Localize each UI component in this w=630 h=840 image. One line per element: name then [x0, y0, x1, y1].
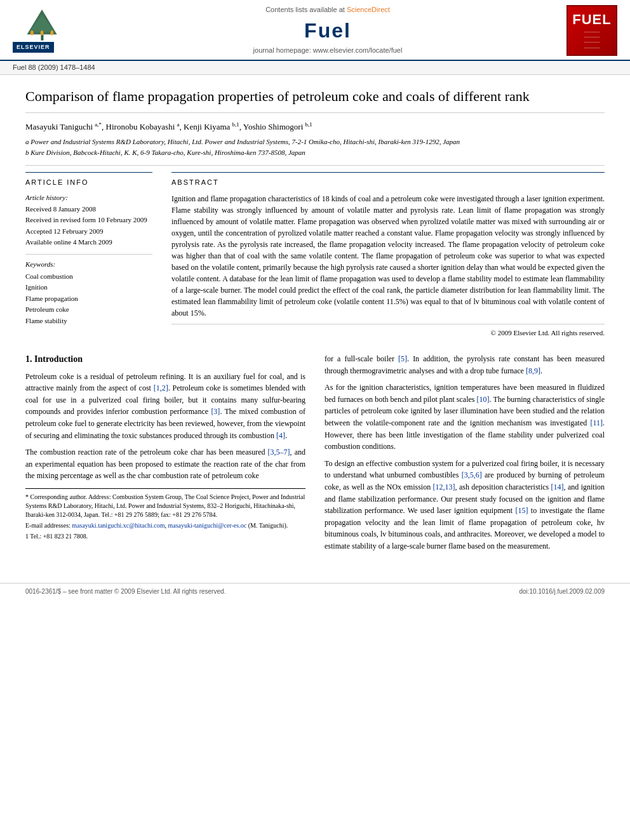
affiliation-a: a Power and Industrial Systems R&D Labor… [25, 137, 605, 147]
left-col: ARTICLE INFO Article history: Received 8… [25, 172, 152, 338]
keyword-5: Flame stability [25, 316, 152, 326]
available-date: Available online 4 March 2009 [25, 237, 152, 247]
body-section: 1. Introduction Petroleum coke is a resi… [25, 353, 605, 557]
two-col-body: 1. Introduction Petroleum coke is a resi… [25, 353, 605, 557]
elsevier-brand: ELSEVIER [13, 42, 54, 53]
abstract-box: ABSTRACT Ignition and flame propagation … [171, 172, 605, 338]
affiliation-b: b Kure Division, Babcock-Hitachi, K. K, … [25, 148, 605, 157]
body-para-1: Petroleum coke is a residual of petroleu… [25, 371, 305, 442]
ref-3[interactable]: [3] [211, 407, 220, 416]
article-title: Comparison of flame propagation properti… [25, 88, 605, 113]
section1-title: 1. Introduction [25, 353, 305, 366]
article-info-heading: ARTICLE INFO [25, 178, 152, 187]
elsevier-tree-icon [13, 7, 76, 42]
header-left: ELSEVIER [13, 7, 102, 54]
keywords-label: Keywords: [25, 260, 152, 269]
page-wrapper: ELSEVIER Contents lists available at Sci… [0, 0, 630, 840]
ref-5[interactable]: [5] [398, 354, 407, 363]
main-content: Comparison of flame propagation properti… [0, 75, 630, 570]
affiliations: a Power and Industrial Systems R&D Labor… [25, 137, 605, 166]
header-center: Contents lists available at ScienceDirec… [102, 5, 554, 56]
accepted-date: Accepted 12 February 2009 [25, 227, 152, 236]
elsevier-logo: ELSEVIER [13, 7, 102, 54]
body-col-left: 1. Introduction Petroleum coke is a resi… [25, 353, 305, 557]
journal-info-bar: Fuel 88 (2009) 1478–1484 [0, 61, 630, 75]
ref-4[interactable]: [4] [276, 431, 285, 440]
fuel-logo-box: FUEL ──────────────────── [566, 5, 617, 56]
ref-15[interactable]: [15] [516, 506, 528, 515]
body-para-5: To design an effective combustion system… [325, 458, 605, 552]
email-link-2[interactable]: masayuki-taniguchi@cer-es.oc [168, 522, 246, 529]
ref-14[interactable]: [14] [551, 483, 564, 491]
journal-homepage: journal homepage: www.elsevier.com/locat… [102, 46, 554, 55]
ref-10[interactable]: [10] [477, 395, 490, 404]
authors: Masayuki Taniguchi a,*, Hironobu Kobayas… [25, 121, 605, 133]
article-info-box: ARTICLE INFO Article history: Received 8… [25, 172, 152, 326]
body-col-right: for a full-scale boiler [5]. In addition… [325, 353, 605, 557]
abstract-heading: ABSTRACT [171, 178, 605, 187]
ref-3-5-6[interactable]: [3,5,6] [462, 470, 482, 479]
svg-marker-2 [29, 15, 54, 32]
history-label: Article history: [25, 193, 152, 203]
keyword-1: Coal combustion [25, 272, 152, 281]
body-para-2: The combustion reaction rate of the petr… [25, 446, 305, 482]
copyright-line: © 2009 Elsevier Ltd. All rights reserved… [171, 324, 605, 338]
abstract-text: Ignition and flame propagation character… [171, 193, 605, 319]
fuel-logo-lines: ──────────────────── [584, 30, 600, 51]
bottom-bar: 0016-2361/$ – see front matter © 2009 El… [0, 583, 630, 600]
keyword-2: Ignition [25, 283, 152, 292]
footnotes-section: * Corresponding author. Address: Combust… [25, 488, 305, 541]
revised-date: Received in revised form 10 February 200… [25, 215, 152, 225]
footnote-email: E-mail addresses: masayuki.taniguchi.xc@… [25, 521, 305, 530]
keywords-section: Keywords: Coal combustion Ignition Flame… [25, 254, 152, 326]
article-history: Article history: Received 8 January 2008… [25, 193, 152, 248]
header-right: FUEL ──────────────────── [554, 5, 617, 56]
svg-point-5 [50, 30, 53, 36]
journal-header: ELSEVIER Contents lists available at Sci… [0, 0, 630, 61]
ref-3-5-7[interactable]: [3,5–7] [268, 448, 290, 457]
right-col: ABSTRACT Ignition and flame propagation … [171, 172, 605, 338]
journal-title-display: Fuel [102, 17, 554, 45]
info-abstract-columns: ARTICLE INFO Article history: Received 8… [25, 172, 605, 338]
keyword-4: Petroleum coke [25, 305, 152, 314]
sciencedirect-link[interactable]: ScienceDirect [347, 6, 390, 13]
ref-1-2[interactable]: [1,2] [154, 383, 168, 392]
body-para-3: for a full-scale boiler [5]. In addition… [325, 353, 605, 377]
received-date: Received 8 January 2008 [25, 204, 152, 214]
footnote-star: * Corresponding author. Address: Combust… [25, 493, 305, 519]
fuel-logo-text: FUEL [572, 10, 611, 30]
ref-8-9[interactable]: [8,9] [526, 366, 540, 375]
svg-point-3 [30, 30, 34, 36]
svg-point-4 [41, 30, 44, 36]
keyword-3: Flame propagation [25, 294, 152, 303]
sciencedirect-line: Contents lists available at ScienceDirec… [102, 5, 554, 15]
body-para-4: As for the ignition characteristics, ign… [325, 382, 605, 453]
ref-12-13[interactable]: [12,13] [433, 483, 455, 491]
footnote-1: 1 Tel.: +81 823 21 7808. [25, 532, 305, 541]
email-link-1[interactable]: masayuki.taniguchi.xc@hitachi.com [72, 522, 164, 529]
ref-11[interactable]: [11] [590, 418, 603, 427]
